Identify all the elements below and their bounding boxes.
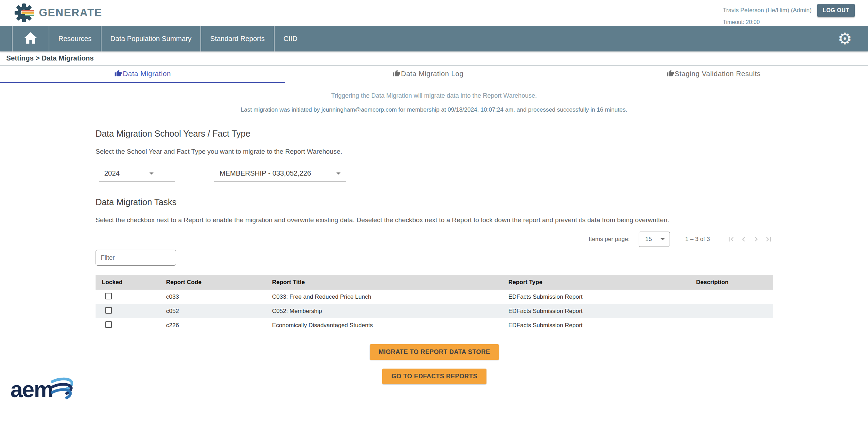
tasks-section-helper: Select the checkbox next to a Report to … <box>96 216 773 224</box>
fact-type-value: MEMBERSHIP - 033,052,226 <box>220 169 311 177</box>
tab-row: Data Migration Data Migration Log Stagin… <box>0 66 856 83</box>
last-page-icon[interactable] <box>764 235 773 244</box>
report-type: EDFacts Submission Report <box>502 322 652 329</box>
intro-warehouse-note: Triggering the Data Migration will migra… <box>0 92 868 99</box>
session-timeout: Timeout: 20:00 <box>723 19 760 25</box>
aem-logo: aem <box>10 378 53 401</box>
logout-button[interactable]: LOG OUT <box>817 4 855 17</box>
items-per-page-label: Items per page: <box>589 236 630 243</box>
footer: aem <box>10 378 76 401</box>
select-row: 2024 MEMBERSHIP - 033,052,226 <box>99 169 773 182</box>
column-header-report-code: Report Code <box>160 279 266 286</box>
migrate-to-report-data-store-button[interactable]: MIGRATE TO REPORT DATA STORE <box>370 344 499 360</box>
fact-type-section-helper: Select the School Year and Fact Type you… <box>96 148 773 155</box>
table-row: c052 C052: Membership EDFacts Submission… <box>96 304 773 318</box>
locked-checkbox[interactable] <box>105 307 112 314</box>
generate-gear-logo-icon <box>14 3 34 23</box>
table-row: c226 Economically Disadvantaged Students… <box>96 318 773 332</box>
column-header-report-title: Report Title <box>266 279 502 286</box>
report-code: c033 <box>160 293 266 300</box>
report-code: c226 <box>160 322 266 329</box>
items-per-page-value: 15 <box>645 236 652 243</box>
nav-item-resources[interactable]: Resources <box>49 26 101 51</box>
nav-home[interactable] <box>12 26 49 51</box>
report-type: EDFacts Submission Report <box>502 293 652 300</box>
last-migration-status: Last migration was initiated by jcunning… <box>0 106 868 113</box>
tab-data-migration[interactable]: Data Migration <box>0 66 285 83</box>
previous-page-icon[interactable] <box>739 235 748 244</box>
school-year-select[interactable]: 2024 <box>99 169 175 182</box>
settings-gear-icon[interactable]: ⚙ <box>838 26 852 51</box>
tab-label: Data Migration Log <box>401 70 464 78</box>
nav-item-ciid[interactable]: CIID <box>274 26 306 51</box>
top-header: GENERATE Travis Peterson (He/Him) (Admin… <box>0 0 868 26</box>
chevron-down-icon <box>149 172 154 175</box>
column-header-description: Description <box>652 279 773 286</box>
column-header-report-type: Report Type <box>502 279 652 286</box>
main-content: Data Migration School Years / Fact Type … <box>96 129 773 384</box>
first-page-icon[interactable] <box>727 235 736 244</box>
report-code: c052 <box>160 308 266 315</box>
table-row: c033 C033: Free and Reduced Price Lunch … <box>96 290 773 304</box>
thumb-up-icon <box>393 70 400 77</box>
nav-item-standard-reports[interactable]: Standard Reports <box>200 26 274 51</box>
thumb-up-icon <box>114 70 122 77</box>
report-title: Economically Disadvantaged Students <box>266 322 502 329</box>
report-type: EDFacts Submission Report <box>502 308 652 315</box>
home-icon <box>23 31 38 46</box>
paginator: Items per page: 15 1 – 3 of 3 <box>96 232 773 247</box>
page-range-label: 1 – 3 of 3 <box>685 236 710 243</box>
tab-staging-validation-results[interactable]: Staging Validation Results <box>571 66 856 83</box>
report-title: C052: Membership <box>266 308 502 315</box>
user-block: Travis Peterson (He/Him) (Admin) LOG OUT… <box>723 0 855 25</box>
next-page-icon[interactable] <box>752 235 761 244</box>
tab-data-migration-log[interactable]: Data Migration Log <box>285 66 571 83</box>
locked-checkbox[interactable] <box>105 321 112 328</box>
nav-item-label: Standard Reports <box>210 35 265 43</box>
column-header-locked: Locked <box>96 279 160 286</box>
fact-type-select[interactable]: MEMBERSHIP - 033,052,226 <box>214 169 346 182</box>
brand-name: GENERATE <box>39 7 102 19</box>
thumb-up-icon <box>666 70 674 77</box>
fact-type-section-title: Data Migration School Years / Fact Type <box>96 129 773 139</box>
tab-label: Staging Validation Results <box>675 70 761 78</box>
tab-label: Data Migration <box>123 70 171 78</box>
table-header-row: Locked Report Code Report Title Report T… <box>96 275 773 290</box>
breadcrumb-bar: Settings > Data Migrations <box>0 51 868 66</box>
nav-item-label: Data Population Summary <box>110 35 191 43</box>
nav-item-label: Resources <box>58 35 92 43</box>
action-buttons: MIGRATE TO REPORT DATA STORE GO TO EDFAC… <box>96 344 773 384</box>
data-migration-tasks-table: Locked Report Code Report Title Report T… <box>96 275 773 332</box>
school-year-value: 2024 <box>104 169 120 177</box>
breadcrumb: Settings > Data Migrations <box>6 54 94 62</box>
intro: Triggering the Data Migration will migra… <box>0 92 868 113</box>
pager-icons <box>727 235 773 244</box>
chevron-down-icon <box>336 172 341 175</box>
nav-item-label: CIID <box>284 35 297 43</box>
filter-input[interactable] <box>96 250 176 266</box>
tasks-section-title: Data Migration Tasks <box>96 197 773 207</box>
user-name: Travis Peterson (He/Him) (Admin) <box>723 7 811 14</box>
locked-checkbox[interactable] <box>105 293 112 299</box>
generate-logo: GENERATE <box>14 3 102 23</box>
items-per-page-select[interactable]: 15 <box>639 232 670 247</box>
chevron-down-icon <box>661 238 665 240</box>
main-nav: Resources Data Population Summary Standa… <box>0 26 868 51</box>
table-body: c033 C033: Free and Reduced Price Lunch … <box>96 290 773 332</box>
nav-item-data-population-summary[interactable]: Data Population Summary <box>101 26 200 51</box>
report-title: C033: Free and Reduced Price Lunch <box>266 293 502 300</box>
go-to-edfacts-reports-button[interactable]: GO TO EDFACTS REPORTS <box>382 369 486 384</box>
aem-swoosh-icon <box>49 373 76 401</box>
